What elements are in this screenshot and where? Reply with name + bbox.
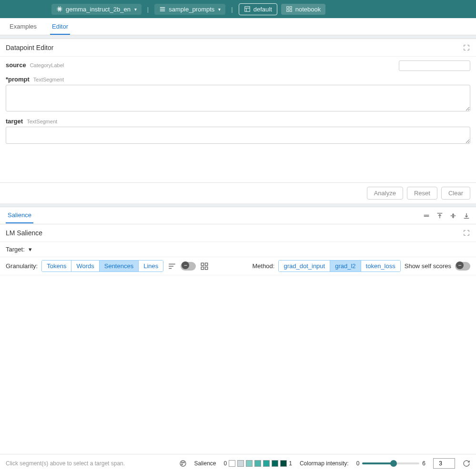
footer-hint: Click segment(s) above to select a targe… [6,460,172,467]
svg-point-27 [180,461,186,466]
list-icon [159,6,166,12]
footer: Click segment(s) above to select a targe… [0,454,476,472]
svg-point-28 [182,462,182,463]
method-label: Method: [252,262,274,270]
chevron-down-icon: ▾ [134,7,137,12]
prompt-type: TextSegment [33,77,64,82]
target-type: TextSegment [27,119,57,124]
svg-rect-2 [160,9,165,10]
granularity-label: Granularity: [6,262,38,270]
legend-swatch [246,460,253,467]
target-label: target [6,118,23,125]
svg-point-29 [183,462,184,463]
legend-swatch [254,460,261,467]
display-toggle[interactable] [181,262,196,271]
layout-default[interactable]: default [239,3,277,15]
align-bottom-icon[interactable] [463,212,470,220]
fullscreen-icon[interactable] [463,229,470,237]
legend-min: 0 [224,460,227,467]
lm-salience-title: LM Salience [6,229,42,237]
refresh-icon[interactable] [463,460,470,467]
source-type: CategoryLabel [30,62,64,68]
svg-rect-3 [160,10,165,11]
density-icon[interactable] [167,261,177,271]
svg-rect-0 [58,8,61,11]
dataset-name: sample_prompts [169,6,214,13]
method-grad-dot-input[interactable]: grad_dot_input [279,261,330,271]
tab-examples[interactable]: Examples [8,19,39,35]
header-bar: gemma_instruct_2b_en ▾ | sample_prompts … [0,0,476,18]
slider-min: 0 [356,460,360,467]
show-self-scores-label: Show self scores [405,262,451,270]
target-row: Target: ▾ [0,242,476,257]
legend-swatch [237,460,244,467]
method-grad-l2[interactable]: grad_l2 [330,261,361,271]
legend-max: 1 [289,460,292,467]
svg-rect-11 [424,215,429,215]
actions-bar: Analyze Reset Clear [0,182,476,203]
method-token-loss[interactable]: token_loss [361,261,400,271]
colormap-slider[interactable] [362,462,419,464]
legend-swatch [263,460,270,467]
datapoint-editor-header: Datapoint Editor [0,39,476,57]
target-dropdown[interactable]: ▾ [29,246,32,253]
reset-button[interactable]: Reset [407,187,437,200]
align-top-icon[interactable] [436,212,444,220]
grid-view-icon[interactable] [200,261,209,271]
self-scores-toggle[interactable] [455,262,470,271]
layout-icon [244,6,251,12]
fullscreen-icon[interactable] [463,44,470,51]
tab-editor[interactable]: Editor [50,19,70,35]
salience-legend: 0 1 [224,460,292,467]
source-input[interactable] [399,60,470,71]
chip-icon [56,6,63,12]
align-center-icon[interactable] [449,212,457,220]
layout-notebook[interactable]: notebook [281,4,326,15]
svg-rect-26 [205,267,208,269]
target-textarea[interactable] [6,127,470,144]
granularity-group: Tokens Words Sentences Lines [41,260,163,272]
svg-rect-23 [202,263,204,265]
slider-max: 6 [422,460,425,467]
model-selector[interactable]: gemma_instruct_2b_en ▾ [51,4,142,15]
prompt-textarea[interactable] [6,85,470,111]
intensity-input[interactable] [433,458,455,469]
dataset-selector[interactable]: sample_prompts ▾ [154,4,225,15]
svg-rect-12 [424,216,429,216]
granularity-lines[interactable]: Lines [139,261,163,271]
top-tabs: Examples Editor [0,18,476,35]
svg-point-30 [182,464,182,465]
layout-label: default [253,6,272,13]
colormap-label: Colormap intensity: [300,460,349,467]
clear-button[interactable]: Clear [441,187,470,200]
slider-thumb[interactable] [390,460,397,467]
drag-handle-icon[interactable] [423,212,430,220]
legend-swatch [280,460,287,467]
chevron-down-icon: ▾ [218,7,221,12]
method-group: grad_dot_input grad_l2 token_loss [278,260,400,272]
tab-salience[interactable]: Salience [6,208,33,223]
granularity-tokens[interactable]: Tokens [42,261,71,271]
analyze-button[interactable]: Analyze [367,187,403,200]
granularity-words[interactable]: Words [71,261,99,271]
granularity-sentences[interactable]: Sentences [100,261,139,271]
svg-rect-1 [160,7,165,8]
separator: | [145,6,151,13]
legend-swatch [229,460,235,467]
svg-rect-8 [290,7,292,9]
divider-strip [0,35,476,39]
svg-rect-9 [287,10,289,11]
target-selector-label: Target: [6,246,25,253]
source-label: source [6,61,26,69]
salience-legend-label: Salience [194,460,216,467]
palette-icon [179,460,187,467]
lm-salience-header: LM Salience [0,224,476,242]
svg-rect-10 [290,10,292,11]
svg-rect-7 [287,7,289,9]
datapoint-editor-body: source CategoryLabel *prompt TextSegment… [0,57,476,154]
salience-tabs: Salience [0,207,476,224]
panel-title: Datapoint Editor [6,44,53,51]
svg-rect-24 [205,263,208,265]
granularity-method-row: Granularity: Tokens Words Sentences Line… [0,257,476,275]
colormap-slider-wrap: 0 6 [356,460,425,467]
